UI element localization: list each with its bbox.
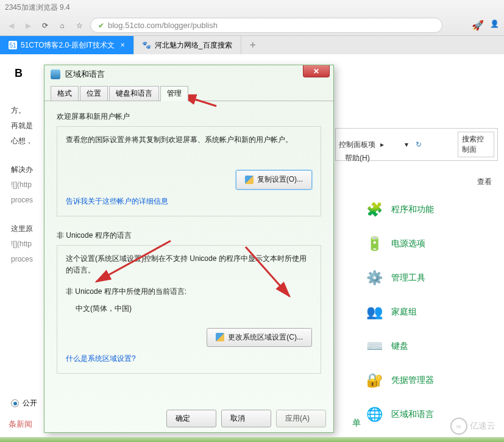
shield-icon [245,176,254,184]
cp-item-programs[interactable]: 🧩程序和功能 [366,201,434,218]
bold-icon[interactable]: B [15,67,23,80]
tab-icon: 51 [9,41,17,49]
forward-button[interactable]: ▶ [22,20,34,32]
cp-item-power[interactable]: 🔋电源选项 [366,235,434,252]
tab-label: 51CTO博客2.0-原创IT技术文 [21,40,115,51]
tab-baidu[interactable]: 🐾 河北魅力网络_百度搜索 [134,36,241,54]
dialog-tab-admin[interactable]: 管理 [160,86,188,101]
watermark-icon: ∞ [450,418,467,435]
radio-label: 公开 [23,398,37,408]
article-snippet: 方。 再就是 心想， 解决办 ![](http proces 这里原 ![](h… [11,104,33,268]
section2-help-link[interactable]: 什么是系统区域设置? [66,353,312,365]
help-menu[interactable]: 帮助(H) [341,149,374,167]
dropdown-chevron-icon[interactable]: ▾ [405,140,408,149]
credentials-icon: 🔐 [366,372,383,389]
dialog-tab-format[interactable]: 格式 [51,86,79,101]
cp-item-keyboard[interactable]: ⌨️键盘 [366,338,434,355]
dialog-tab-keyboard[interactable]: 键盘和语言 [109,86,159,101]
section1-help-link[interactable]: 告诉我关于这些帐户的详细信息 [66,196,312,207]
globe-icon: 🌐 [366,406,383,423]
cancel-button[interactable]: 取消 [221,410,271,427]
refresh-icon[interactable]: ↻ [416,140,422,149]
chevron-right-icon: ▸ [380,140,384,149]
homegroup-icon: 👥 [366,304,383,321]
cp-item-admin-tools[interactable]: ⚙️管理工具 [366,269,434,287]
section1-description: 查看您的国际设置并将其复制到欢迎屏幕、系统帐户和新的用户帐户。 [66,134,312,146]
browser-window-title: 2345加速浏览器 9.4 [0,0,504,15]
truncated-text: 单 [352,418,361,429]
dialog-titlebar[interactable]: 区域和语言 [44,65,333,84]
close-icon[interactable]: × [121,41,125,49]
browser-chrome: 2345加速浏览器 9.4 ◀ ▶ ⟳ ⌂ ☆ ✔ blog.51cto.com… [0,0,504,36]
tab-label: 河北魅力网络_百度搜索 [155,40,232,51]
tabs-bar: 51 51CTO博客2.0-原创IT技术文 × 🐾 河北魅力网络_百度搜索 + [0,36,504,54]
cp-item-region-language[interactable]: 🌐区域和语言 [366,406,434,423]
rocket-icon[interactable]: 🚀 [472,20,484,31]
region-language-dialog: 区域和语言 ✕ 格式 位置 键盘和语言 管理 欢迎屏幕和新用户帐户 查看您的国际… [44,65,334,433]
tab-51cto[interactable]: 51 51CTO博客2.0-原创IT技术文 × [0,36,134,54]
section1-heading: 欢迎屏幕和新用户帐户 [57,111,321,123]
section2-description: 这个设置(系统区域设置)控制在不支持 Unicode 的程序中显示文本时所使用的… [66,253,312,276]
home-button[interactable]: ⌂ [56,20,68,32]
change-locale-button[interactable]: 更改系统区域设置(C)... [207,328,312,347]
control-panel-items: 🧩程序和功能 🔋电源选项 ⚙️管理工具 👥家庭组 ⌨️键盘 🔐凭据管理器 🌐区域… [366,201,434,442]
copy-settings-button[interactable]: 复制设置(O)... [236,170,312,189]
view-link[interactable]: 查看 [477,177,492,187]
dialog-footer: 确定 取消 应用(A) [166,410,326,427]
url-text: blog.51cto.com/blogger/publish [108,21,218,30]
back-button[interactable]: ◀ [5,20,17,32]
news-link[interactable]: 条新闻 [9,419,32,430]
reload-button[interactable]: ⟳ [39,20,51,32]
current-language-value: 中文(简体，中国) [66,303,312,315]
breadcrumb-item[interactable]: 控制面板项 [339,140,375,150]
lock-icon: ✔ [98,21,104,30]
cp-item-homegroup[interactable]: 👥家庭组 [366,304,434,321]
taskbar-edge [0,437,504,442]
radio-dot-icon [11,399,19,407]
cp-item-credentials[interactable]: 🔐凭据管理器 [366,372,434,389]
visibility-radio[interactable]: 公开 [11,398,37,408]
dialog-app-icon [51,70,60,79]
tab-icon: 🐾 [143,41,151,49]
dialog-title: 区域和语言 [65,69,105,80]
power-icon: 🔋 [366,235,383,252]
ok-button[interactable]: 确定 [166,410,216,427]
star-button[interactable]: ☆ [73,20,85,32]
gear-icon: ⚙️ [366,269,383,287]
section2-heading: 非 Unicode 程序的语言 [57,230,321,241]
shield-icon [216,333,224,341]
control-panel-search[interactable]: 搜索控制面 [458,132,494,157]
dialog-tab-location[interactable]: 位置 [80,86,108,101]
apply-button[interactable]: 应用(A) [276,410,326,427]
programs-icon: 🧩 [366,201,383,218]
avatar-icon[interactable]: 👤 [490,20,499,31]
url-bar[interactable]: ✔ blog.51cto.com/blogger/publish [90,18,442,33]
tab-add-button[interactable]: + [241,36,265,54]
dialog-body: 欢迎屏幕和新用户帐户 查看您的国际设置并将其复制到欢迎屏幕、系统帐户和新的用户帐… [44,101,333,394]
browser-toolbar: ◀ ▶ ⟳ ⌂ ☆ ✔ blog.51cto.com/blogger/publi… [0,15,504,35]
dialog-close-button[interactable]: ✕ [303,65,330,77]
keyboard-icon: ⌨️ [366,338,383,355]
section2-subheading: 非 Unicode 程序中所使用的当前语言: [66,286,312,298]
dialog-tabstrip: 格式 位置 键盘和语言 管理 [44,84,333,101]
watermark: ∞ 亿速云 [450,418,495,435]
